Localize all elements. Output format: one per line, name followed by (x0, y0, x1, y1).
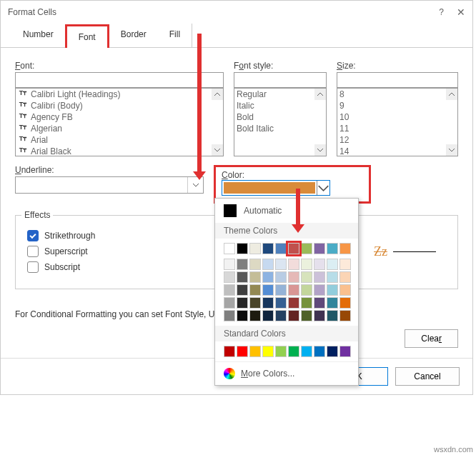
color-swatch[interactable] (262, 310, 274, 321)
color-swatch[interactable] (339, 243, 351, 254)
color-swatch[interactable] (275, 284, 287, 296)
tab-number[interactable]: Number (11, 24, 65, 47)
color-swatch[interactable] (249, 243, 261, 254)
tab-font[interactable]: Font (65, 24, 109, 48)
color-swatch[interactable] (249, 284, 261, 296)
list-item[interactable]: Arial (16, 134, 223, 146)
list-item[interactable]: 11 (337, 123, 457, 134)
tab-fill[interactable]: Fill (158, 24, 192, 47)
color-swatch[interactable] (275, 346, 287, 357)
scroll-up-icon[interactable] (212, 89, 223, 100)
color-swatch[interactable] (262, 284, 274, 296)
color-swatch[interactable] (314, 346, 325, 357)
font-listbox[interactable]: Calibri Light (Headings) Calibri (Body) … (15, 88, 224, 156)
color-swatch[interactable] (301, 259, 312, 270)
subscript-checkbox[interactable]: Subscript (27, 261, 207, 273)
color-swatch[interactable] (339, 284, 351, 296)
list-item[interactable]: 8 (337, 89, 457, 100)
list-item[interactable]: Calibri (Body) (16, 100, 223, 111)
color-swatch[interactable] (314, 284, 325, 296)
help-icon[interactable]: ? (439, 7, 444, 17)
color-swatch[interactable] (327, 310, 338, 321)
color-swatch[interactable] (327, 259, 338, 270)
color-swatch[interactable] (262, 271, 274, 283)
color-swatch[interactable] (314, 243, 325, 254)
color-swatch[interactable] (224, 284, 235, 296)
close-icon[interactable]: ✕ (457, 6, 465, 18)
color-swatch[interactable] (262, 243, 274, 254)
color-swatch[interactable] (327, 271, 338, 283)
cancel-button[interactable]: Cancel (395, 367, 460, 386)
list-item[interactable]: Italic (234, 100, 326, 111)
color-swatch[interactable] (237, 284, 248, 296)
size-listbox[interactable]: 8 9 10 11 12 14 (337, 88, 458, 156)
color-swatch[interactable] (262, 259, 274, 270)
color-swatch[interactable] (275, 297, 287, 309)
color-swatch[interactable] (224, 271, 235, 283)
chevron-down-icon[interactable] (317, 181, 329, 195)
color-swatch[interactable] (339, 271, 351, 283)
list-item[interactable]: Bold (234, 111, 326, 123)
color-swatch[interactable] (224, 259, 235, 270)
color-swatch[interactable] (224, 243, 235, 254)
color-swatch[interactable] (275, 271, 287, 283)
superscript-checkbox[interactable]: Superscript (27, 246, 207, 257)
scroll-down-icon[interactable] (446, 144, 457, 156)
color-swatch[interactable] (249, 259, 261, 270)
color-swatch[interactable] (288, 271, 299, 283)
color-swatch[interactable] (339, 310, 351, 321)
more-colors-item[interactable]: More Colors... (215, 361, 358, 385)
color-swatch[interactable] (275, 243, 287, 254)
underline-dropdown[interactable] (15, 176, 204, 194)
list-item[interactable]: Arial Black (16, 146, 223, 157)
color-swatch[interactable] (249, 297, 261, 309)
color-swatch[interactable] (262, 297, 274, 309)
color-swatch[interactable] (301, 243, 312, 254)
color-swatch[interactable] (301, 346, 312, 357)
color-swatch[interactable] (262, 346, 274, 357)
color-swatch[interactable] (237, 243, 248, 254)
color-swatch[interactable] (301, 284, 312, 296)
fontstyle-listbox[interactable]: Regular Italic Bold Bold Italic (234, 88, 327, 156)
list-item[interactable]: 9 (337, 100, 457, 111)
color-swatch[interactable] (288, 297, 299, 309)
color-swatch[interactable] (327, 284, 338, 296)
color-swatch[interactable] (288, 259, 299, 270)
automatic-color-item[interactable]: Automatic (215, 199, 358, 223)
color-swatch[interactable] (301, 310, 312, 321)
list-item[interactable]: Algerian (16, 123, 223, 134)
color-swatch[interactable] (224, 297, 235, 309)
color-swatch[interactable] (224, 310, 235, 321)
color-swatch[interactable] (327, 243, 338, 254)
color-swatch[interactable] (237, 346, 248, 357)
color-swatch[interactable] (288, 284, 299, 296)
list-item[interactable]: Calibri Light (Headings) (16, 89, 223, 100)
list-item[interactable]: Bold Italic (234, 123, 326, 134)
color-swatch[interactable] (314, 310, 325, 321)
color-swatch[interactable] (327, 297, 338, 309)
color-swatch[interactable] (339, 259, 351, 270)
list-item[interactable]: 10 (337, 111, 457, 123)
color-swatch[interactable] (288, 346, 299, 357)
color-swatch[interactable] (339, 297, 351, 309)
tab-border[interactable]: Border (109, 24, 158, 47)
list-item[interactable]: 12 (337, 134, 457, 146)
color-swatch[interactable] (275, 310, 287, 321)
color-swatch[interactable] (249, 310, 261, 321)
color-swatch[interactable] (288, 243, 299, 254)
color-swatch[interactable] (301, 271, 312, 283)
scroll-up-icon[interactable] (314, 89, 326, 100)
color-swatch[interactable] (249, 346, 261, 357)
list-item[interactable]: Regular (234, 89, 326, 100)
size-input[interactable] (337, 72, 458, 88)
color-swatch[interactable] (301, 297, 312, 309)
color-swatch[interactable] (224, 346, 235, 357)
strikethrough-checkbox[interactable]: Strikethrough (27, 230, 207, 241)
color-swatch[interactable] (314, 271, 325, 283)
color-swatch[interactable] (314, 297, 325, 309)
fontstyle-input[interactable] (234, 72, 327, 88)
color-swatch[interactable] (237, 259, 248, 270)
color-swatch[interactable] (288, 310, 299, 321)
color-dropdown[interactable] (222, 180, 330, 196)
color-swatch[interactable] (275, 259, 287, 270)
